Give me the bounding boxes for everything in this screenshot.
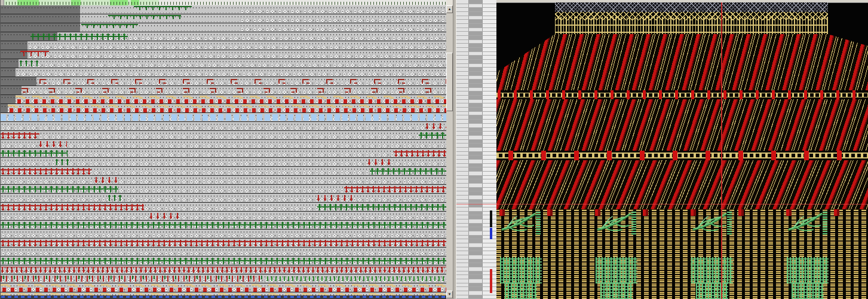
row-selector-cell[interactable]: [456, 12, 496, 16]
row-selector-cell[interactable]: [456, 248, 496, 252]
row-selector-cell[interactable]: [456, 136, 496, 140]
scroll-up-button[interactable]: ▲: [446, 5, 453, 13]
row-selector-cell[interactable]: [456, 28, 496, 32]
left-grid-vertical-scrollbar[interactable]: ▲ ▼: [446, 0, 453, 299]
pattern-row: [1, 185, 446, 194]
green-transfer-arrows: [19, 60, 41, 66]
row-selector-cell[interactable]: [456, 167, 496, 172]
row-selector-cell[interactable]: [456, 155, 496, 160]
row-selector-cell[interactable]: [456, 40, 496, 44]
green-knit-plus-bar: [1, 222, 446, 228]
row-selector-cell[interactable]: [456, 88, 496, 92]
row-selector-cell[interactable]: [456, 32, 496, 36]
red-transfer-bar: [344, 186, 446, 193]
stitch-circles: [1, 179, 446, 184]
green-carrier-line: [81, 24, 138, 29]
row-selector-cell[interactable]: [456, 164, 496, 168]
red-transfer-arrows: [149, 213, 182, 219]
row-selector-cell[interactable]: [456, 144, 496, 148]
out-of-shape-zone: [1, 23, 80, 32]
row-selector-cell[interactable]: [456, 68, 496, 72]
row-selector-cell[interactable]: [456, 191, 496, 196]
row-selector-cell[interactable]: [456, 44, 496, 48]
selection-marker-bar: [490, 210, 492, 227]
pattern-row: [1, 113, 446, 122]
row-selector-cell[interactable]: [456, 152, 496, 156]
stitch-circles: [90, 36, 446, 41]
row-marker-line: [456, 204, 868, 205]
pattern-row: [1, 194, 446, 203]
pattern-rows-container: [1, 5, 446, 299]
green-knit-plus-bar: [317, 204, 446, 210]
pattern-row: [1, 239, 446, 248]
row-selector-cell[interactable]: [456, 108, 496, 112]
pattern-row: [1, 95, 446, 104]
row-selector-cell[interactable]: [456, 24, 496, 28]
stitch-circles: [1, 135, 446, 139]
symbolic-pattern-grid[interactable]: [1, 0, 446, 299]
row-selector-cell[interactable]: [456, 260, 496, 264]
scroll-down-button[interactable]: ▼: [446, 291, 453, 298]
green-column-strip: [631, 210, 636, 234]
row-selector-cell[interactable]: [456, 176, 496, 180]
green-band-motif: [691, 257, 733, 283]
row-selector-cell[interactable]: [456, 84, 496, 88]
row-selector-cell[interactable]: [456, 239, 496, 243]
row-selector-cell[interactable]: [456, 263, 496, 267]
row-selector-cell[interactable]: [456, 188, 496, 192]
fabric-simulation-view[interactable]: [496, 0, 868, 299]
row-selector-cell[interactable]: [456, 132, 496, 136]
red-transfer-bar: [1, 168, 91, 175]
row-selector-cell[interactable]: [456, 36, 496, 40]
row-selector-cell[interactable]: [456, 160, 496, 164]
row-selector-cell[interactable]: [456, 4, 496, 8]
row-selector-strip[interactable]: [456, 0, 496, 299]
row-selector-cell[interactable]: [456, 103, 496, 108]
row-selector-cell[interactable]: [456, 0, 496, 4]
row-selector-cell[interactable]: [456, 16, 496, 20]
out-of-shape-zone: [1, 59, 19, 68]
row-selector-cell[interactable]: [456, 112, 496, 116]
out-of-shape-zone: [1, 95, 16, 103]
row-selector-cell[interactable]: [456, 148, 496, 152]
row-selector-cell[interactable]: [456, 255, 496, 260]
row-selector-cell[interactable]: [456, 124, 496, 128]
row-selector-cell[interactable]: [456, 100, 496, 104]
row-selector-cell[interactable]: [456, 200, 496, 204]
pattern-row: [1, 86, 446, 95]
row-selector-cell[interactable]: [456, 60, 496, 64]
row-selector-cell[interactable]: [456, 64, 496, 68]
row-selector-cell[interactable]: [456, 80, 496, 84]
row-selector-cell[interactable]: [456, 179, 496, 184]
row-selector-cell[interactable]: [456, 48, 496, 52]
row-selector-cell[interactable]: [456, 140, 496, 144]
row-selector-cell[interactable]: [456, 96, 496, 100]
green-band-motif-lower: [600, 283, 633, 299]
row-selector-cell[interactable]: [456, 8, 496, 12]
row-selector-cell[interactable]: [456, 196, 496, 200]
row-selector-cell[interactable]: [456, 91, 496, 96]
scrollbar-thumb[interactable]: [446, 53, 453, 111]
pattern-row: [1, 176, 446, 185]
blue-float-arrow-row: [1, 113, 446, 121]
row-selector-cell[interactable]: [456, 251, 496, 255]
row-selector-cell[interactable]: [456, 184, 496, 188]
row-selector-cell[interactable]: [456, 115, 496, 120]
row-selector-cell[interactable]: [456, 128, 496, 132]
row-selector-cell[interactable]: [456, 76, 496, 80]
red-transfer-bar: [394, 150, 446, 157]
pattern-row: [1, 149, 446, 158]
row-selector-cell[interactable]: [456, 20, 496, 24]
row-selector-cell[interactable]: [456, 295, 496, 299]
green-carrier-line: [134, 6, 192, 11]
row-selector-cell[interactable]: [456, 56, 496, 60]
row-selector-cell[interactable]: [456, 243, 496, 248]
stitch-circles: [19, 63, 446, 68]
row-selector-cell[interactable]: [456, 72, 496, 76]
pattern-row: [1, 5, 446, 14]
pattern-row: [1, 140, 446, 149]
row-selector-cell[interactable]: [456, 172, 496, 176]
row-selector-cell[interactable]: [456, 120, 496, 124]
row-selector-cell[interactable]: [456, 52, 496, 56]
fern-motif: [597, 210, 636, 234]
